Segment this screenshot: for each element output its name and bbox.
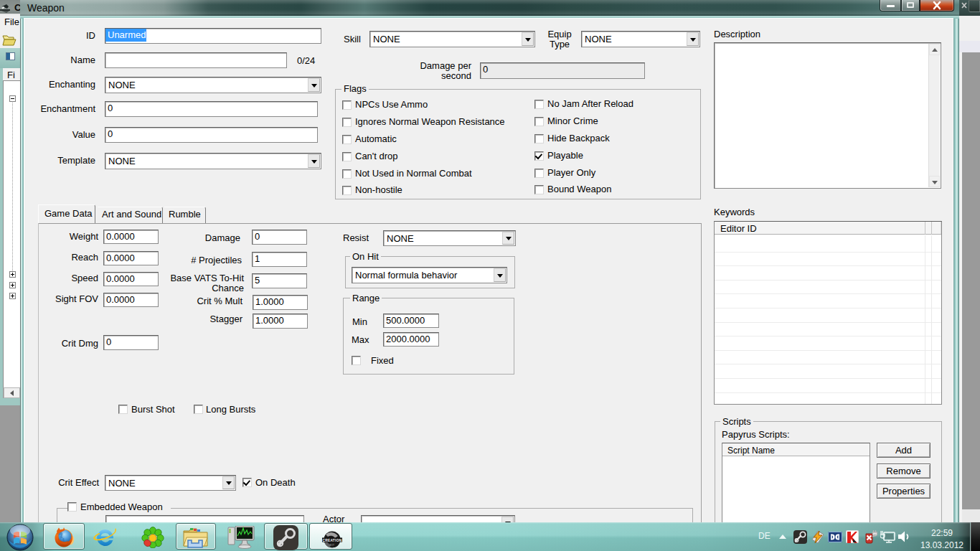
svg-text:KIT: KIT bbox=[330, 544, 335, 547]
svg-text:CREATION: CREATION bbox=[322, 539, 341, 542]
